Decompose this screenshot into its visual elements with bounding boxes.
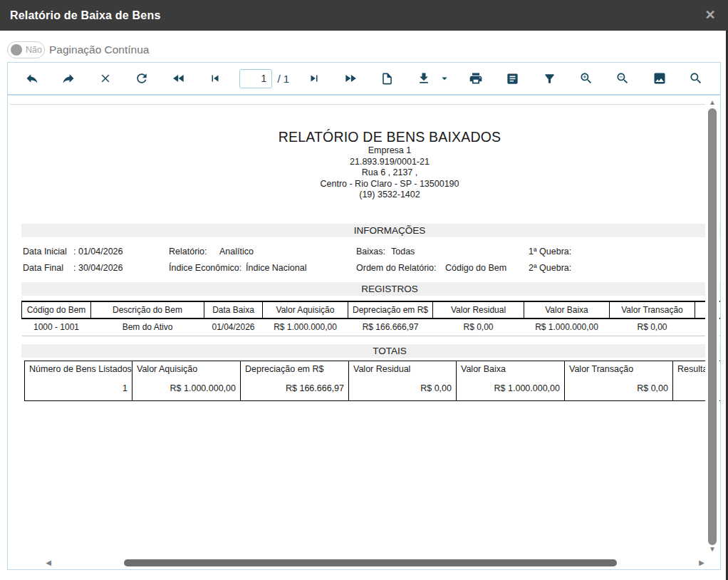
field-label: Data Inicial [23, 247, 67, 257]
registros-cell: Bem do Ativo [91, 319, 204, 336]
first-page-icon [172, 71, 186, 86]
scroll-up-icon[interactable]: ▲ [705, 98, 719, 106]
totais-label: Valor Aquisição [137, 364, 236, 374]
close-icon[interactable]: ✕ [702, 7, 718, 23]
document-lines-icon [506, 72, 519, 86]
totais-cell: Número de Bens Listados 1 [25, 361, 132, 401]
vertical-scroll-thumb[interactable] [708, 108, 717, 545]
zoom-in-button[interactable] [574, 66, 598, 90]
cancel-button[interactable] [93, 66, 118, 90]
search-button[interactable] [684, 66, 708, 90]
back-icon [25, 71, 39, 86]
search-icon [689, 71, 703, 86]
report-page: RELATÓRIO DE BENS BAIXADOS Empresa 1 21.… [10, 104, 721, 546]
section-totais: TOTAIS [21, 344, 721, 358]
horizontal-scrollbar[interactable]: ◀ ▶ [9, 558, 719, 568]
totais-label: Valor Residual [353, 364, 452, 374]
field-label: 2ª Quebra: [529, 263, 571, 273]
print-button[interactable] [464, 66, 488, 90]
prior-page-button[interactable] [203, 66, 227, 90]
text-view-button[interactable] [501, 66, 525, 90]
next-page-button[interactable] [302, 66, 326, 90]
totais-value: R$ 1.000.000,00 [137, 383, 236, 393]
registros-cell: 1000 - 1001 [22, 319, 91, 336]
report-title: RELATÓRIO DE BENS BAIXADOS [10, 129, 721, 145]
scroll-right-icon[interactable]: ▶ [696, 558, 707, 568]
fit-page-button[interactable] [648, 66, 672, 90]
field-label: Ordem do Relatório: [356, 263, 437, 273]
x-icon [99, 72, 112, 85]
scroll-down-icon[interactable]: ▼ [705, 545, 719, 553]
company-phone: (19) 3532-1402 [10, 190, 721, 201]
blank-page-icon [380, 72, 394, 86]
company-cnpj: 21.893.919/0001-21 [10, 157, 721, 168]
registros-cell: R$ 1.000.000,00 [524, 319, 610, 336]
horizontal-scroll-thumb[interactable] [124, 559, 617, 566]
field-label: Relatório: [169, 247, 207, 257]
back-button[interactable] [20, 66, 44, 90]
caret-down-icon [438, 72, 451, 85]
registros-header-cell: Valor Residual [433, 301, 524, 319]
registros-header-cell: Descrição do Bem [91, 301, 204, 319]
registros-table: Código do Bem Descrição do Bem Data Baix… [21, 301, 721, 336]
viewer-toolbar: / 1 [7, 62, 721, 95]
first-page-button[interactable] [167, 66, 191, 90]
field-label: Índice Econômico: [169, 263, 241, 273]
field-value: Índice Nacional [246, 263, 306, 273]
company-city: Centro - Rio Claro - SP - 13500190 [10, 179, 721, 190]
registros-cell: R$ 166.666,97 [348, 319, 433, 336]
totais-value: R$ 166.666,97 [245, 383, 344, 393]
forward-button[interactable] [56, 66, 80, 90]
single-page-view-button[interactable] [375, 66, 399, 90]
image-icon [652, 71, 667, 86]
vertical-scrollbar[interactable]: ▲ ▼ [705, 96, 719, 559]
download-options-button[interactable] [437, 66, 452, 90]
registros-header-row: Código do Bem Descrição do Bem Data Baix… [22, 301, 722, 319]
totais-cell: Depreciação em R$ R$ 166.666,97 [241, 361, 349, 401]
totais-label: Número de Bens Listados [29, 364, 128, 374]
company-name: Empresa 1 [10, 145, 721, 157]
totais-label: Valor Transação [569, 364, 668, 374]
field-label: 1ª Quebra: [529, 247, 571, 257]
field-value: : 30/04/2026 [73, 263, 123, 273]
page-number-input[interactable] [239, 69, 272, 88]
totais-row: Número de Bens Listados 1 Valor Aquisiçã… [25, 361, 722, 401]
pagination-toggle-row: Não Paginação Contínua [7, 41, 149, 59]
field-label: Data Final [23, 263, 63, 273]
report-viewer: RELATÓRIO DE BENS BAIXADOS Empresa 1 21.… [7, 95, 721, 570]
filter-button[interactable] [537, 66, 561, 90]
registros-header-cell: Data Baixa [204, 301, 263, 319]
registros-header-cell: Valor Baixa [524, 301, 610, 319]
toggle-knob [11, 44, 22, 56]
registros-data-row: 1000 - 1001 Bem do Ativo 01/04/2026 R$ 1… [22, 319, 722, 336]
field-value: Analítico [219, 247, 254, 257]
field-value: Todas [391, 247, 415, 257]
info-row-1: Data Inicial : 01/04/2026 Relatório: Ana… [10, 247, 721, 258]
report-modal: Relatório de Baixa de Bens ✕ Não Paginaç… [0, 0, 728, 580]
totais-value: R$ 0,00 [569, 383, 668, 393]
refresh-button[interactable] [130, 66, 154, 90]
filter-icon [543, 72, 556, 86]
zoom-out-button[interactable] [610, 66, 635, 90]
toggle-value: Não [26, 45, 42, 55]
registros-cell: R$ 0,00 [610, 319, 695, 336]
registros-cell: R$ 1.000.000,00 [263, 319, 348, 336]
continuous-pagination-toggle[interactable]: Não [7, 41, 45, 58]
registros-header-cell: Depreciação em R$ [348, 301, 433, 319]
zoom-out-icon [615, 71, 630, 86]
pagination-label: Paginação Contínua [49, 43, 149, 56]
next-page-icon [308, 72, 321, 85]
download-button[interactable] [412, 66, 436, 90]
section-informacoes: INFORMAÇÕES [21, 224, 721, 237]
forward-icon [61, 71, 76, 86]
totais-value: R$ 1.000.000,00 [461, 383, 560, 393]
company-address: Rua 6 , 2137 , [10, 167, 721, 179]
totais-cell: Valor Residual R$ 0,00 [349, 361, 457, 401]
page-count-label: / 1 [277, 73, 289, 85]
modal-header: Relatório de Baixa de Bens ✕ [0, 0, 728, 31]
last-page-icon [343, 71, 358, 86]
field-label: Baixas: [356, 247, 385, 257]
scroll-left-icon[interactable]: ◀ [43, 558, 54, 568]
page-navigation: / 1 [239, 69, 289, 88]
last-page-button[interactable] [338, 66, 363, 90]
